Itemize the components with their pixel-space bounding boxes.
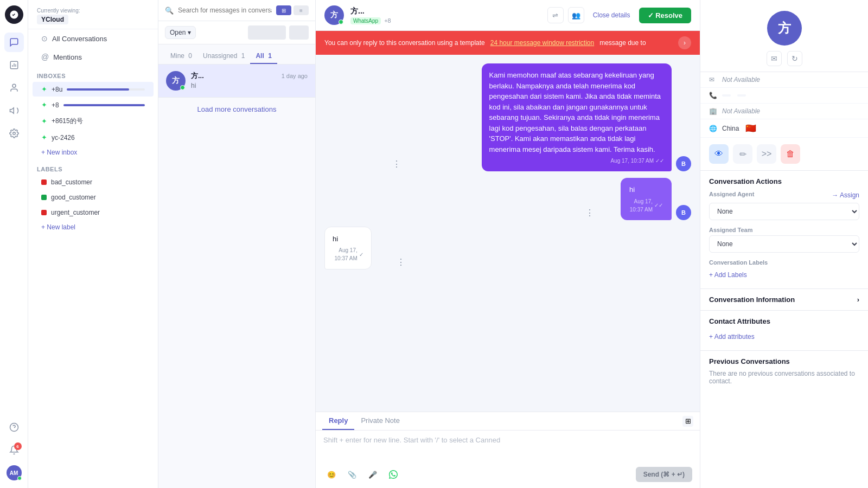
msg-time-3: Aug 17, 10:37 AM ✓ xyxy=(333,246,363,262)
resolve-btn[interactable]: ✓ Resolve xyxy=(639,8,691,23)
svg-point-5 xyxy=(12,84,16,87)
load-more-btn[interactable]: Load more conversations xyxy=(158,98,315,121)
alert-suffix: message due to xyxy=(599,39,646,47)
conv-avatar-1: 方 xyxy=(166,71,186,91)
reply-tab-reply[interactable]: Reply xyxy=(322,412,354,430)
toolbar-attach-btn[interactable]: 📎 xyxy=(344,466,360,483)
chat-header-info: 方... WhatsApp +8 xyxy=(350,7,541,24)
msg-avatar-b-2: B xyxy=(676,205,691,220)
toolbar-audio-btn[interactable]: 🎤 xyxy=(365,466,381,483)
label-good-customer[interactable]: good_customer xyxy=(33,190,154,204)
tab-unassigned[interactable]: Unassigned 1 xyxy=(197,49,250,64)
send-btn[interactable]: Send (⌘ + ↵) xyxy=(636,467,692,482)
chat-header-actions: ⇌ 👥 Close details ✓ Resolve xyxy=(547,7,691,23)
inbox-item-3[interactable]: ✦ +8615的号 xyxy=(33,113,154,129)
add-labels-btn[interactable]: + Add Labels xyxy=(709,268,859,282)
rp-phone-icon: 📞 xyxy=(709,92,718,99)
rp-action-row: ✉ ↻ xyxy=(767,51,802,66)
chat-header: 方 方... WhatsApp +8 ⇌ 👥 Close details ✓ R… xyxy=(316,0,700,31)
filter-placeholder-1 xyxy=(248,25,286,40)
status-select[interactable]: Open ▾ xyxy=(165,26,196,39)
rp-delete-btn[interactable]: 🗑 xyxy=(781,144,800,164)
user-avatar: AM xyxy=(7,465,22,480)
rp-refresh-icon[interactable]: ↻ xyxy=(787,51,802,66)
reply-expand-btn[interactable]: ⊞ xyxy=(682,416,693,427)
rp-contact-attr: Contact Attributes + Add attributes xyxy=(700,311,868,351)
msg-dots-1[interactable]: ⋮ xyxy=(390,157,403,171)
inbox-item-1[interactable]: ✦ +8u xyxy=(33,82,154,97)
chat-header-avatar: 方 xyxy=(324,5,344,25)
conv-info-1: 方... 1 day ago hi xyxy=(191,71,308,89)
new-label-link[interactable]: + New label xyxy=(33,221,154,233)
nav-avatar[interactable]: AM xyxy=(4,463,24,483)
rp-conv-actions: Conversation Actions Assigned Agent → As… xyxy=(700,171,868,289)
conversation-items: 方 方... 1 day ago hi Load more conversati… xyxy=(158,65,315,488)
rp-email-field-icon: ✉ xyxy=(709,76,718,84)
filter-bar: Open ▾ xyxy=(158,21,315,44)
filter-placeholder-2 xyxy=(289,25,309,40)
wa-badge: WhatsApp xyxy=(350,17,381,24)
rp-forward-btn[interactable]: >> xyxy=(757,144,776,164)
label-bad-customer[interactable]: bad_customer xyxy=(33,175,154,189)
svg-marker-6 xyxy=(10,108,14,114)
reply-toolbar: 😊 📎 🎤 Send (⌘ + ↵) xyxy=(316,463,700,488)
nav-conversations[interactable] xyxy=(4,33,24,52)
alert-arrow-btn[interactable]: › xyxy=(678,36,691,49)
sidebar-item-all-conversations[interactable]: ⊙ All Conversations xyxy=(33,30,154,47)
reply-input-area[interactable]: Shift + enter for new line. Start with '… xyxy=(316,431,700,463)
nav-campaigns[interactable] xyxy=(4,101,24,120)
assigned-team-select[interactable]: None xyxy=(709,235,859,253)
header-team-btn[interactable]: 👥 xyxy=(568,7,584,23)
new-inbox-link[interactable]: + New inbox xyxy=(33,146,154,158)
list-view-btn[interactable]: ≡ xyxy=(293,5,309,15)
inbox-item-4[interactable]: ✦ yc-2426 xyxy=(33,130,154,145)
rp-prev-conv: Previous Conversations There are no prev… xyxy=(700,351,868,391)
msg-dots-2[interactable]: ⋮ xyxy=(583,206,596,220)
tab-all[interactable]: All 1 xyxy=(250,49,277,64)
msg-dots-3[interactable]: ⋮ xyxy=(394,255,407,269)
grid-view-btn[interactable]: ⊞ xyxy=(276,5,291,15)
rp-email-icon[interactable]: ✉ xyxy=(767,51,782,66)
rp-icon-row: 👁 ✏ >> 🗑 xyxy=(700,138,868,171)
nav-notifications[interactable]: 6 xyxy=(4,440,24,460)
prev-conv-title: Previous Conversations xyxy=(709,357,859,365)
reply-tab-private[interactable]: Private Note xyxy=(354,412,406,430)
rp-address-icon: 🏢 xyxy=(709,107,718,115)
brand-logo xyxy=(5,5,23,24)
toolbar-emoji-btn[interactable]: 😊 xyxy=(323,466,340,483)
conv-labels-label: Conversation Labels xyxy=(709,259,859,266)
whatsapp-icon-4: ✦ xyxy=(41,133,47,142)
rp-edit-btn[interactable]: ✏ xyxy=(733,144,752,164)
inbox-item-2[interactable]: ✦ +8 xyxy=(33,98,154,112)
msg-time-1: Aug 17, 10:37 AM ✓✓ xyxy=(489,157,664,165)
message-2: ⋮ hi Aug 17, 10:37 AM ✓✓ B xyxy=(324,178,691,220)
mentions-icon: @ xyxy=(41,53,49,61)
message-3: hi Aug 17, 10:37 AM ✓ ⋮ xyxy=(324,227,691,270)
alert-link[interactable]: 24 hour message window restriction xyxy=(490,39,594,47)
close-details-btn[interactable]: Close details xyxy=(589,9,635,21)
rp-flag: 🇨🇳 xyxy=(745,123,756,133)
rp-conv-info-toggle[interactable]: Conversation Information › xyxy=(700,289,868,311)
rp-assigned-agent-row: Assigned Agent → Assign xyxy=(709,191,859,200)
toolbar-whatsapp-btn[interactable] xyxy=(385,466,401,483)
nav-contacts[interactable] xyxy=(4,78,24,98)
sidebar-item-mentions[interactable]: @ Mentions xyxy=(33,48,154,66)
chat-messages: ⋮ Kami memohon maaf atas sebarang kekeli… xyxy=(316,55,700,412)
header-translate-btn[interactable]: ⇌ xyxy=(547,7,564,23)
nav-help[interactable] xyxy=(4,418,24,437)
assigned-agent-select[interactable]: None xyxy=(709,203,859,220)
view-toggle: ⊞ ≡ xyxy=(276,5,309,15)
label-urgent-customer[interactable]: urgent_customer xyxy=(33,206,154,220)
search-input[interactable] xyxy=(178,7,272,14)
nav-settings[interactable] xyxy=(4,124,24,143)
reply-area: Reply Private Note ⊞ Shift + enter for n… xyxy=(316,412,700,488)
add-attr-btn[interactable]: + Add attributes xyxy=(709,330,859,344)
tab-mine[interactable]: Mine 0 xyxy=(165,49,197,64)
rp-contact-avatar: 方 xyxy=(767,11,802,46)
whatsapp-icon-2: ✦ xyxy=(41,101,47,109)
rp-view-btn[interactable]: 👁 xyxy=(709,144,729,164)
reply-tabs: Reply Private Note ⊞ xyxy=(316,412,700,431)
rp-country-row: 🌐 China 🇨🇳 xyxy=(700,119,868,138)
conversation-item-1[interactable]: 方 方... 1 day ago hi xyxy=(158,65,315,98)
nav-reports[interactable] xyxy=(4,55,24,75)
